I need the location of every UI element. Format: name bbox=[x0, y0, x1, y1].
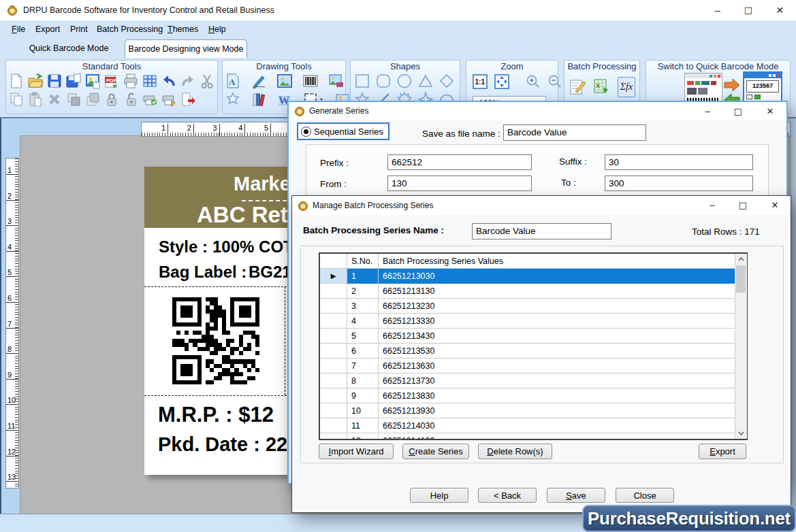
from-input[interactable]: 130 bbox=[387, 176, 532, 191]
maximize-button[interactable]: □ bbox=[738, 0, 759, 20]
library-icon[interactable] bbox=[251, 91, 267, 107]
table-row[interactable]: 666251213530 bbox=[320, 344, 746, 359]
sno-cell[interactable]: 2 bbox=[347, 284, 379, 299]
row-selector-cell[interactable] bbox=[320, 299, 347, 314]
row-selector-cell[interactable] bbox=[320, 403, 347, 418]
print-preview-icon[interactable] bbox=[142, 91, 158, 107]
table-row[interactable]: ▶166251213030 bbox=[320, 269, 746, 284]
scroll-up-arrow[interactable] bbox=[735, 254, 747, 265]
sno-cell[interactable]: 3 bbox=[347, 299, 379, 314]
sno-cell[interactable]: 10 bbox=[347, 403, 379, 418]
row-selector-cell[interactable] bbox=[320, 388, 347, 403]
table-header-cell[interactable] bbox=[320, 254, 347, 269]
row-selector-cell[interactable] bbox=[320, 284, 347, 299]
series-value-cell[interactable]: 66251213730 bbox=[379, 373, 736, 388]
prefix-input[interactable]: 662512 bbox=[387, 154, 532, 170]
sno-cell[interactable]: 9 bbox=[347, 388, 379, 403]
excel-import-icon[interactable]: X bbox=[593, 78, 612, 97]
table-header-cell[interactable]: S.No. bbox=[347, 254, 379, 269]
minimize-button[interactable]: – bbox=[707, 0, 728, 20]
scroll-down-arrow[interactable] bbox=[735, 428, 747, 439]
series-value-cell[interactable]: 66251213030 bbox=[379, 269, 736, 284]
table-row[interactable]: 766251213630 bbox=[320, 359, 746, 373]
save-as-icon[interactable] bbox=[65, 73, 82, 89]
menu-help[interactable]: Help bbox=[208, 20, 226, 38]
table-header-cell[interactable]: Batch Processing Series Values bbox=[379, 254, 736, 269]
sno-cell[interactable]: 6 bbox=[347, 344, 379, 359]
row-selector-cell[interactable] bbox=[320, 418, 347, 433]
maximize-button[interactable]: □ bbox=[728, 102, 748, 120]
layers-icon[interactable] bbox=[84, 91, 101, 107]
menu-print[interactable]: Print bbox=[70, 20, 88, 38]
row-selector-cell[interactable]: ▶ bbox=[320, 269, 347, 284]
series-name-input[interactable]: Barcode Value bbox=[472, 223, 611, 239]
pencil-tool-icon[interactable] bbox=[251, 73, 267, 89]
exit-icon[interactable] bbox=[180, 91, 196, 107]
save-button[interactable]: Save bbox=[547, 488, 605, 503]
table-row[interactable]: 466251213330 bbox=[320, 314, 746, 329]
series-value-cell[interactable]: 66251213230 bbox=[379, 299, 736, 314]
series-value-cell[interactable]: 66251213830 bbox=[379, 388, 736, 403]
row-selector-cell[interactable] bbox=[320, 433, 347, 440]
table-row[interactable]: 566251213430 bbox=[320, 329, 746, 344]
create-series-button[interactable]: Create Series bbox=[402, 444, 469, 459]
custom-shape-icon[interactable] bbox=[225, 91, 241, 107]
sno-cell[interactable]: 1 bbox=[347, 269, 379, 284]
zoom-out-icon[interactable] bbox=[547, 73, 563, 90]
rounded-rectangle-shape-icon[interactable] bbox=[375, 73, 392, 89]
table-row[interactable]: 366251213230 bbox=[320, 299, 746, 314]
lock-icon[interactable] bbox=[104, 91, 120, 107]
to-input[interactable]: 300 bbox=[605, 176, 753, 191]
zoom-in-icon[interactable] bbox=[525, 73, 541, 90]
new-file-icon[interactable] bbox=[8, 73, 25, 89]
table-row[interactable]: 1166251214030 bbox=[320, 418, 746, 433]
table-row[interactable]: 866251213730 bbox=[320, 373, 746, 388]
close-button[interactable]: ✕ bbox=[760, 102, 780, 120]
series-value-cell[interactable]: 66251213430 bbox=[379, 329, 736, 344]
text-tool-icon[interactable]: A bbox=[225, 73, 241, 89]
series-value-cell[interactable]: 66251213330 bbox=[379, 314, 736, 329]
row-selector-cell[interactable] bbox=[320, 329, 347, 344]
print-setup-icon[interactable] bbox=[161, 91, 177, 107]
sno-cell[interactable]: 7 bbox=[347, 359, 379, 373]
zoom-fit-icon[interactable] bbox=[494, 73, 510, 90]
image-shadow-tool-icon[interactable] bbox=[328, 73, 345, 89]
paste-icon[interactable] bbox=[27, 91, 44, 107]
unlock-icon[interactable] bbox=[123, 91, 139, 107]
delete-row-s--button[interactable]: Delete Row(s) bbox=[478, 444, 552, 459]
series-value-cell[interactable]: 66251213630 bbox=[379, 359, 736, 373]
row-selector-cell[interactable] bbox=[320, 359, 347, 373]
close-button[interactable]: ✕ bbox=[765, 196, 785, 214]
series-value-cell[interactable]: 66251214130 bbox=[379, 433, 736, 440]
sno-cell[interactable]: 4 bbox=[347, 314, 379, 329]
ellipse-shape-icon[interactable] bbox=[396, 73, 413, 89]
diamond-shape-icon[interactable] bbox=[439, 73, 455, 89]
print-icon[interactable] bbox=[123, 73, 139, 89]
table-scrollbar[interactable] bbox=[735, 254, 747, 439]
export-button[interactable]: Export bbox=[699, 444, 746, 459]
save-as-file-name-input[interactable]: Barcode Value bbox=[503, 124, 646, 141]
menu-batch-processing[interactable]: Batch Processing bbox=[97, 20, 163, 38]
table-row[interactable]: 1266251214130 bbox=[320, 433, 746, 440]
tab-barcode-designing-view-mode[interactable]: Barcode Designing view Mode bbox=[125, 39, 247, 59]
grid-icon[interactable] bbox=[142, 73, 158, 89]
barcode-tool-icon[interactable] bbox=[302, 73, 319, 89]
series-value-cell[interactable]: 66251213530 bbox=[379, 344, 736, 359]
table-row[interactable]: 266251213130 bbox=[320, 284, 746, 299]
help-button[interactable]: Help bbox=[410, 488, 468, 503]
minimize-button[interactable]: – bbox=[697, 102, 718, 120]
triangle-shape-icon[interactable] bbox=[417, 73, 434, 89]
series-value-cell[interactable]: 66251214030 bbox=[379, 418, 736, 433]
menu-themes[interactable]: Themes bbox=[168, 20, 198, 38]
copy-icon[interactable] bbox=[8, 91, 25, 107]
series-value-cell[interactable]: 66251213130 bbox=[379, 284, 736, 299]
import-wizard-button[interactable]: Import Wizard bbox=[319, 444, 394, 459]
edit-series-icon[interactable] bbox=[569, 78, 588, 97]
rectangle-shape-icon[interactable] bbox=[354, 73, 370, 89]
sno-cell[interactable]: 11 bbox=[347, 418, 379, 433]
series-value-cell[interactable]: 66251213930 bbox=[379, 403, 736, 418]
sno-cell[interactable]: 5 bbox=[347, 329, 379, 344]
-back-button[interactable]: < Back bbox=[478, 488, 537, 503]
picture-tool-icon[interactable] bbox=[276, 73, 293, 89]
undo-icon[interactable] bbox=[161, 73, 177, 89]
